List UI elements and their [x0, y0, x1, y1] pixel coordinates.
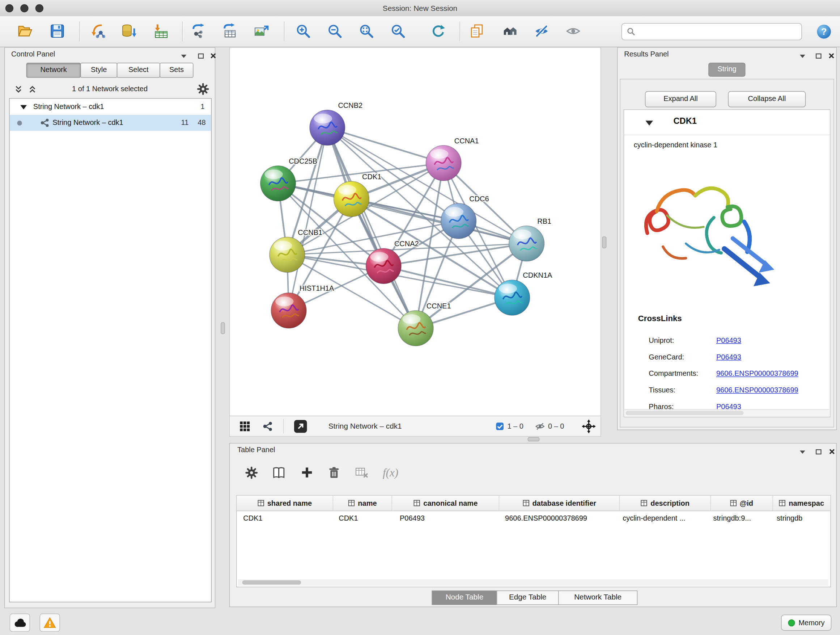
hidden-eye-slash-icon[interactable]: [535, 421, 545, 431]
network-node-RB1[interactable]: [509, 226, 545, 261]
warnings-button[interactable]: [40, 614, 60, 632]
network-edge[interactable]: [327, 128, 444, 163]
scrollbar-thumb[interactable]: [626, 411, 744, 415]
column-header[interactable]: shared name: [237, 496, 333, 510]
refresh-view-button[interactable]: [428, 21, 448, 41]
hide-selected-button[interactable]: [531, 21, 552, 41]
panel-resize-handle[interactable]: [221, 322, 225, 334]
import-table-file-button[interactable]: [151, 21, 172, 41]
horizontal-scrollbar[interactable]: [625, 409, 829, 416]
network-node-CDC6[interactable]: [441, 203, 477, 239]
tab-node-table[interactable]: Node Table: [432, 591, 497, 605]
network-node-CCNA2[interactable]: [366, 249, 401, 284]
column-header[interactable]: name: [333, 496, 392, 510]
delete-column-trash-icon[interactable]: [325, 464, 342, 481]
panel-menu-icon[interactable]: [799, 52, 806, 59]
float-window-icon[interactable]: [197, 52, 205, 59]
crosslink-link[interactable]: 9606.ENSP00000378699: [716, 365, 798, 382]
help-button[interactable]: ?: [813, 21, 834, 41]
open-session-button[interactable]: [15, 21, 35, 41]
save-session-button[interactable]: [47, 21, 67, 41]
network-node-CDK1[interactable]: [334, 181, 369, 217]
network-canvas[interactable]: CCNB2CCNA1CDC25BCDK1CDC6RB1CCNB1CCNA2CDK…: [230, 48, 600, 415]
table-settings-gear-icon[interactable]: [243, 464, 260, 481]
selected-checkbox-icon[interactable]: [496, 422, 504, 431]
collapse-triangle-icon[interactable]: [645, 120, 653, 125]
fit-content-crosshair-icon[interactable]: [581, 419, 596, 434]
column-header[interactable]: @id: [711, 496, 773, 510]
crosslink-link[interactable]: P06493: [716, 332, 741, 348]
crosslink-link[interactable]: P06493: [716, 348, 741, 365]
zoom-out-button[interactable]: [325, 21, 345, 41]
column-header[interactable]: description: [620, 496, 711, 510]
tab-network-table[interactable]: Network Table: [558, 591, 638, 605]
import-network-file-button[interactable]: [87, 21, 107, 41]
tab-edge-table[interactable]: Edge Table: [497, 591, 559, 605]
zoom-selected-button[interactable]: [388, 21, 408, 41]
network-edge[interactable]: [289, 128, 327, 310]
cell-database-identifier[interactable]: 9606.ENSP00000378699: [499, 511, 616, 526]
network-node-CCNB2[interactable]: [309, 110, 345, 146]
cell-canonical-name[interactable]: P06493: [393, 511, 499, 526]
cell-name[interactable]: CDK1: [332, 511, 393, 526]
scrollbar-thumb[interactable]: [242, 580, 301, 585]
network-from-selection-button[interactable]: [188, 21, 209, 41]
tab-string[interactable]: String: [708, 63, 745, 77]
network-node-CCNB1[interactable]: [270, 237, 305, 272]
table-from-selection-button[interactable]: [219, 21, 240, 41]
zoom-in-button[interactable]: [293, 21, 313, 41]
show-columns-icon[interactable]: [271, 464, 287, 481]
network-node-CCNA1[interactable]: [426, 145, 461, 181]
network-edge[interactable]: [327, 128, 416, 328]
export-image-button[interactable]: [251, 21, 272, 41]
collapse-all-button[interactable]: Collapse All: [728, 91, 806, 107]
cell-shared-name[interactable]: CDK1: [237, 511, 332, 526]
cloud-status-button[interactable]: [10, 614, 30, 632]
function-builder-button[interactable]: f(x): [379, 464, 402, 481]
horizontal-scrollbar[interactable]: [238, 579, 829, 586]
panel-resize-handle[interactable]: [602, 236, 606, 249]
tab-select[interactable]: Select: [117, 63, 160, 78]
panel-resize-handle[interactable]: [528, 437, 540, 441]
network-node-CCNE1[interactable]: [398, 310, 433, 346]
open-view-in-window-button[interactable]: [293, 419, 308, 434]
column-header[interactable]: namespac: [773, 496, 830, 510]
memory-button[interactable]: Memory: [781, 615, 831, 631]
tree-row-collection[interactable]: String Network – cdk1 1: [10, 99, 211, 115]
cell-id[interactable]: stringdb:9...: [707, 511, 771, 526]
table-row[interactable]: CDK1 CDK1 P06493 9606.ENSP00000378699 cy…: [237, 511, 831, 526]
column-header[interactable]: canonical name: [393, 496, 500, 510]
column-header[interactable]: database identifier: [500, 496, 620, 510]
float-window-icon[interactable]: [815, 52, 822, 59]
cell-namespace[interactable]: stringdb: [770, 511, 830, 526]
tab-style[interactable]: Style: [80, 63, 117, 78]
cell-description[interactable]: cyclin-dependent ...: [616, 511, 706, 526]
network-node-HIST1H1A[interactable]: [271, 293, 306, 328]
float-window-icon[interactable]: [815, 448, 822, 455]
expand-all-button[interactable]: Expand All: [645, 91, 716, 107]
add-column-plus-icon[interactable]: [298, 464, 316, 481]
birdseye-grid-icon[interactable]: [237, 419, 252, 434]
tab-sets[interactable]: Sets: [159, 63, 193, 78]
panel-menu-icon[interactable]: [799, 448, 806, 455]
close-panel-icon[interactable]: [828, 52, 835, 59]
bundled-apps-button[interactable]: [500, 21, 520, 41]
close-panel-icon[interactable]: [828, 448, 836, 455]
delete-table-icon[interactable]: [353, 464, 370, 481]
import-network-database-button[interactable]: [119, 21, 139, 41]
search-input[interactable]: [638, 25, 799, 39]
zoom-fit-button[interactable]: [356, 21, 377, 41]
tab-network[interactable]: Network: [27, 63, 81, 78]
network-node-CDC25B[interactable]: [261, 166, 296, 201]
network-share-icon[interactable]: [260, 419, 275, 434]
tree-row-network[interactable]: String Network – cdk1 11 48: [10, 115, 211, 131]
collapse-triangle-icon[interactable]: [20, 105, 27, 109]
crosslink-link[interactable]: 9606.ENSP00000378699: [716, 382, 798, 399]
copy-document-button[interactable]: [467, 21, 487, 41]
show-hidden-button[interactable]: [563, 21, 583, 41]
panel-menu-icon[interactable]: [180, 52, 188, 59]
network-options-gear-icon[interactable]: [196, 82, 210, 97]
network-node-CDKN1A[interactable]: [494, 280, 530, 315]
close-panel-icon[interactable]: [210, 52, 217, 59]
gene-header-row[interactable]: CDK1: [624, 110, 830, 135]
